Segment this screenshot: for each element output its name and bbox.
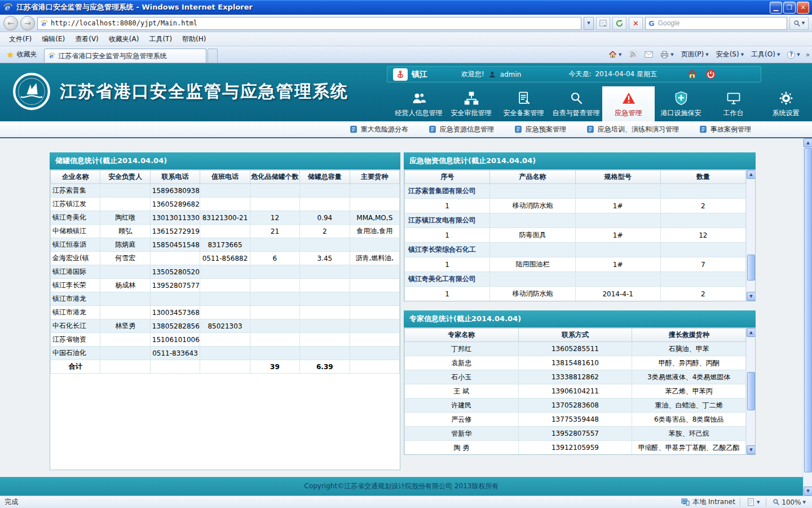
table-row: 中石化长江林坚勇1380528285685021303 xyxy=(51,319,400,333)
stop-button[interactable]: ✕ xyxy=(629,17,643,30)
search-go-button[interactable]: ▼ xyxy=(789,17,809,30)
cell xyxy=(660,213,745,228)
scroll-down-button[interactable]: ▼ xyxy=(747,292,756,301)
forward-button[interactable]: → xyxy=(20,16,35,30)
scrollbar-thumb[interactable] xyxy=(747,255,755,281)
cell: 7 xyxy=(660,257,745,272)
safety-menu-button[interactable]: 安全(S)▼ xyxy=(714,49,745,60)
url-input[interactable] xyxy=(51,19,579,27)
back-button[interactable]: ← xyxy=(3,16,18,30)
scroll-down-button[interactable]: ▼ xyxy=(804,487,812,496)
subnav-item-3[interactable]: 应急培训、演练和演习管理 xyxy=(586,125,679,134)
tab-active[interactable]: e 江苏省港口安全监管与应急管理系统 xyxy=(44,49,206,63)
print-button[interactable]: ▼ xyxy=(659,49,675,60)
help-button[interactable]: ?▼ xyxy=(785,50,801,60)
cell: 85021303 xyxy=(200,319,250,333)
expert-table: 专家名称联系方式擅长救援货种丁邦红13605285511石脑油、甲苯袁新忠138… xyxy=(404,328,746,455)
cell xyxy=(100,306,150,319)
expert-scrollbar[interactable]: ▲ ▼ xyxy=(746,328,755,454)
nav-item-emergency[interactable]: 应急管理 xyxy=(602,86,655,121)
subnav-item-2[interactable]: 应急预案管理 xyxy=(514,125,566,134)
cell: 移动消防水炮 xyxy=(490,199,575,213)
feeds-button[interactable] xyxy=(627,49,639,60)
nav-item-self-check[interactable]: 自查与督查管理 xyxy=(550,86,602,121)
search-input[interactable] xyxy=(658,19,784,27)
subnav-item-0[interactable]: 重大危险源分布 xyxy=(350,125,408,134)
menu-item-3[interactable]: 收藏夹(A) xyxy=(104,33,144,46)
menu-item-2[interactable]: 查看(V) xyxy=(70,33,103,46)
read-mail-button[interactable] xyxy=(643,49,655,60)
main-scrollbar[interactable]: ▲ ▼ xyxy=(803,138,812,496)
menu-item-0[interactable]: 文件(F) xyxy=(5,33,36,46)
cell: 沥青,燃料油, xyxy=(350,252,399,265)
subnav-item-4[interactable]: 事故案例管理 xyxy=(699,125,751,134)
scrollbar-thumb[interactable] xyxy=(747,372,755,410)
cell: 石小玉 xyxy=(405,370,519,384)
document-icon xyxy=(586,125,594,133)
nav-item-workbench[interactable]: 工作台 xyxy=(707,86,760,121)
cell xyxy=(350,265,399,279)
cell xyxy=(350,292,399,306)
table-row: 陶 勇13912105959甲缩醛、甲基异丁基酮、乙酸乙酯 xyxy=(405,441,746,455)
logout-power-icon[interactable] xyxy=(705,69,716,80)
scroll-down-button[interactable]: ▼ xyxy=(747,445,756,454)
nav-item-label: 应急管理 xyxy=(615,108,642,118)
document-icon xyxy=(429,125,436,133)
menu-item-5[interactable]: 帮助(H) xyxy=(178,33,210,46)
search-box[interactable]: G xyxy=(645,17,787,30)
supplies-scrollbar[interactable]: ▲ ▼ xyxy=(746,170,755,301)
table-row: 1陆用围油栏1#7 xyxy=(405,257,746,272)
cell xyxy=(200,198,250,211)
scroll-up-button[interactable]: ▲ xyxy=(804,138,812,147)
scroll-up-button[interactable]: ▲ xyxy=(747,170,756,179)
cell xyxy=(250,198,299,211)
minimize-button[interactable]: ▁ xyxy=(770,2,782,14)
protected-mode-button[interactable]: ▼ xyxy=(745,497,761,507)
address-bar: ← → e ▼ ✕ G ▼ xyxy=(0,15,812,32)
cell xyxy=(200,279,250,292)
address-dropdown-button[interactable]: ▼ xyxy=(584,17,594,30)
cell: 12 xyxy=(660,228,745,243)
close-button[interactable]: ✕ xyxy=(797,2,809,14)
cell: 镇江李长荣 xyxy=(51,279,100,292)
nav-item-operator-info[interactable]: 经营人信息管理 xyxy=(392,86,445,121)
nav-item-safety-record[interactable]: 安全备案管理 xyxy=(497,86,550,121)
cell: 12 xyxy=(250,211,299,225)
date-value: 2014-04-04 星期五 xyxy=(595,69,657,79)
zoom-control[interactable]: 100% ▼ xyxy=(771,497,807,507)
cell: 13775359448 xyxy=(518,413,632,427)
nav-item-safety-approval[interactable]: 安全审批管理 xyxy=(445,86,497,121)
scroll-up-button[interactable]: ▲ xyxy=(747,328,756,337)
cell xyxy=(150,292,200,306)
home-shortcut-icon[interactable] xyxy=(687,69,698,80)
menu-item-4[interactable]: 工具(T) xyxy=(144,33,176,46)
nav-item-port-security[interactable]: 港口设施保安 xyxy=(655,86,707,121)
cell xyxy=(200,265,250,279)
tools-menu-button[interactable]: 工具(O)▼ xyxy=(749,49,782,60)
page-menu-button[interactable]: 页面(P)▼ xyxy=(679,49,710,60)
toolbar-overflow-chevron[interactable]: » xyxy=(806,51,810,59)
cell: 重油、白蜡油、丁二烯 xyxy=(632,398,746,413)
scrollbar-thumb[interactable] xyxy=(804,148,812,472)
compatibility-view-button[interactable] xyxy=(596,17,610,30)
shield-icon xyxy=(673,90,689,106)
subnav-item-1[interactable]: 应急资源信息管理 xyxy=(429,125,494,134)
column-header: 专家名称 xyxy=(405,329,519,342)
nav-item-settings[interactable]: 系统设置 xyxy=(760,86,812,121)
ie-logo-icon: e xyxy=(3,2,13,12)
maximize-button[interactable]: ❐ xyxy=(783,2,796,14)
tank-table-wrap: 企业名称安全负责人联系电话值班电话危化品储罐个数储罐总容量主要货种江苏索普集15… xyxy=(50,169,400,470)
cell xyxy=(350,238,399,252)
menu-item-1[interactable]: 编辑(E) xyxy=(37,33,69,46)
cell: 食用油,食用 xyxy=(350,225,399,238)
new-tab-stub[interactable] xyxy=(208,49,218,63)
column-header: 序号 xyxy=(405,170,490,184)
refresh-button[interactable] xyxy=(612,17,626,30)
address-field[interactable]: e xyxy=(37,17,581,30)
table-row: 石小玉133388128623类易燃液体、4类易燃固体 xyxy=(405,370,746,384)
cell: 陆用围油栏 xyxy=(490,257,575,272)
favorites-button[interactable]: ★ 收藏夹 xyxy=(2,47,42,63)
cell xyxy=(250,306,299,319)
home-button[interactable]: ▼ xyxy=(607,49,623,60)
cell xyxy=(100,333,150,347)
